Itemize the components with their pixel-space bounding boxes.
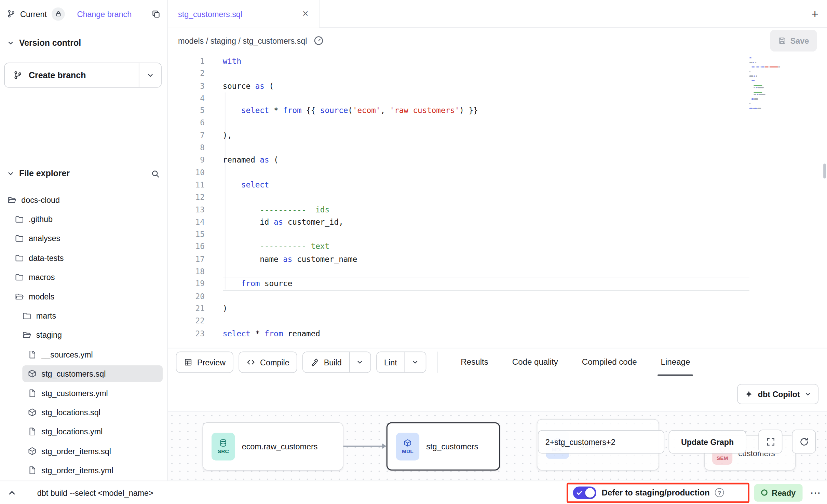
build-dropdown[interactable] [349, 352, 370, 372]
code-line-23[interactable]: select * from renamed [223, 327, 749, 340]
file-item-docs-cloud[interactable]: docs-cloud [0, 190, 167, 210]
file-row-body[interactable]: data-tests [10, 250, 163, 266]
minimap-line [755, 108, 757, 109]
change-branch-link[interactable]: Change branch [77, 9, 132, 18]
file-item-stg_order_items.yml[interactable]: stg_order_items.yml [0, 461, 167, 480]
file-row-body[interactable]: stg_customers.yml [22, 385, 163, 401]
code-line-19[interactable]: from source [223, 278, 749, 290]
version-control-header[interactable]: Version control [0, 35, 167, 51]
file-row-body[interactable]: marts [17, 308, 163, 324]
dbt-copilot-button[interactable]: dbt Copilot [737, 384, 818, 404]
refresh-button[interactable] [792, 430, 816, 453]
tab-results[interactable]: Results [460, 348, 489, 376]
file-row-body[interactable]: docs-cloud [2, 192, 163, 208]
command-input[interactable]: dbt build --select <model_name> [37, 488, 153, 497]
code-line-6[interactable] [223, 117, 749, 129]
scrollbar-thumb[interactable] [823, 164, 826, 179]
code-line-11[interactable]: select [223, 179, 749, 191]
folder-open-icon [22, 331, 31, 339]
code-line-13[interactable]: ---------- ids [223, 204, 749, 216]
chevron-up-icon[interactable] [8, 489, 16, 496]
file-item-stg_locations.yml[interactable]: stg_locations.yml [0, 422, 167, 442]
compile-button[interactable]: Compile [239, 352, 297, 373]
code-line-22[interactable] [223, 315, 749, 327]
code-line-15[interactable] [223, 228, 749, 241]
code-line-5[interactable]: select * from {{ source('ecom', 'raw_cus… [223, 105, 749, 117]
code-line-14[interactable]: id as customer_id, [223, 216, 749, 228]
help-icon[interactable]: ? [715, 488, 724, 497]
model-icon [28, 408, 37, 417]
gauge-icon[interactable] [313, 35, 324, 45]
file-explorer-header[interactable]: File explorer [0, 166, 167, 182]
file-row-body[interactable]: stg_locations.sql [22, 404, 163, 421]
file-row-body[interactable]: stg_locations.yml [22, 423, 163, 440]
file-item-stg_locations.sql[interactable]: stg_locations.sql [0, 403, 167, 422]
code-line-9[interactable]: renamed as ( [223, 154, 749, 167]
file-item-marts[interactable]: marts [0, 306, 167, 325]
file-item-analyses[interactable]: analyses [0, 229, 167, 248]
tab-lineage[interactable]: Lineage [660, 348, 691, 376]
file-item-staging[interactable]: staging [0, 325, 167, 345]
defer-toggle[interactable] [573, 486, 596, 499]
tab-compiled-code[interactable]: Compiled code [581, 348, 638, 376]
more-menu-button[interactable]: ⋯ [810, 486, 821, 499]
code-line-18[interactable] [223, 266, 749, 278]
create-branch-dropdown[interactable] [139, 63, 161, 87]
lineage-node-raw-customers[interactable]: SRC ecom.raw_customers [203, 422, 343, 471]
copy-icon[interactable] [151, 9, 160, 18]
lineage-canvas[interactable]: MDL customers SEM customers SRC ecom.raw… [168, 411, 827, 481]
code-line-3[interactable]: source as ( [223, 80, 749, 92]
code-line-12[interactable] [223, 191, 749, 204]
search-icon[interactable] [151, 169, 160, 178]
code-area[interactable]: withsource as ( select * from {{ source(… [223, 55, 749, 340]
file-item-stg_order_items.sql[interactable]: stg_order_items.sql [0, 442, 167, 461]
code-editor[interactable]: 1234567891011121314151617181920212223 wi… [168, 53, 827, 348]
line-number: 18 [168, 266, 204, 278]
tab-stg-customers[interactable]: stg_customers.sql ✕ [168, 0, 319, 28]
code-line-1[interactable]: with [223, 55, 749, 68]
close-icon[interactable]: ✕ [302, 9, 309, 18]
code-line-21[interactable]: ) [223, 303, 749, 315]
file-row-body[interactable]: stg_customers.sql [22, 365, 163, 382]
fullscreen-icon [765, 437, 775, 446]
lint-button[interactable]: Lint [377, 352, 404, 372]
build-button[interactable]: Build [303, 352, 349, 372]
update-graph-button[interactable]: Update Graph [669, 430, 746, 453]
file-row-body[interactable]: staging [17, 327, 163, 343]
file-item-models[interactable]: models [0, 287, 167, 306]
new-tab-button[interactable]: + [811, 0, 818, 28]
file-row-body[interactable]: stg_order_items.yml [22, 462, 163, 478]
file-item-__sources.yml[interactable]: __sources.yml [0, 345, 167, 364]
file-row-body[interactable]: models [10, 288, 163, 305]
fullscreen-button[interactable] [758, 430, 782, 453]
check-icon [576, 489, 583, 496]
file-row-body[interactable]: macros [10, 269, 163, 285]
code-line-10[interactable] [223, 167, 749, 179]
line-number: 11 [168, 179, 204, 191]
file-item-stg_customers.sql[interactable]: stg_customers.sql [0, 364, 167, 383]
code-line-2[interactable] [223, 68, 749, 80]
lineage-node-stg-customers[interactable]: MDL stg_customers [387, 422, 500, 471]
file-row-body[interactable]: .github [10, 211, 163, 227]
file-row-body[interactable]: analyses [10, 230, 163, 247]
create-branch-button[interactable]: Create branch [4, 63, 161, 88]
code-line-8[interactable] [223, 142, 749, 154]
code-line-17[interactable]: name as customer_name [223, 253, 749, 265]
file-item-data-tests[interactable]: data-tests [0, 248, 167, 268]
minimap[interactable] [749, 57, 795, 121]
save-button[interactable]: Save [770, 29, 817, 51]
file-item-.github[interactable]: .github [0, 209, 167, 229]
file-item-stg_customers.yml[interactable]: stg_customers.yml [0, 383, 167, 403]
code-line-16[interactable]: ---------- text [223, 241, 749, 253]
code-line-7[interactable]: ), [223, 129, 749, 142]
graph-selector-input[interactable] [538, 430, 664, 453]
lint-dropdown[interactable] [404, 352, 425, 372]
create-branch-main[interactable]: Create branch [5, 63, 139, 87]
file-row-body[interactable]: __sources.yml [22, 346, 163, 363]
tab-code-quality[interactable]: Code quality [511, 348, 559, 376]
code-line-4[interactable] [223, 92, 749, 104]
file-row-body[interactable]: stg_order_items.sql [22, 443, 163, 459]
code-line-20[interactable] [223, 290, 749, 303]
preview-button[interactable]: Preview [176, 352, 234, 373]
file-item-macros[interactable]: macros [0, 267, 167, 287]
